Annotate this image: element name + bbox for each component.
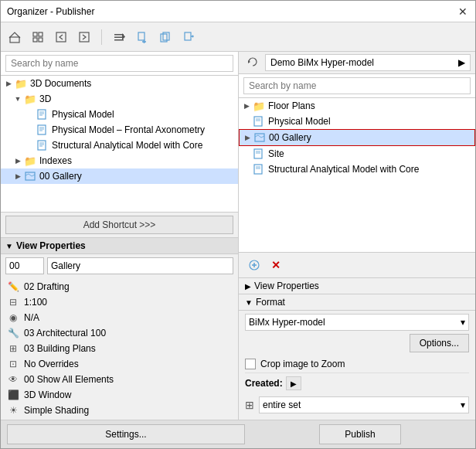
created-label: Created:	[245, 378, 283, 389]
right-footer: Publish	[251, 424, 469, 444]
prop-scale-label: 1:100	[24, 297, 47, 308]
prop-plans-label: 03 Building Plans	[24, 343, 96, 354]
move-button[interactable]	[179, 28, 198, 46]
format-content: BiMx Hyper-model ▾ Options... Crop image…	[239, 311, 475, 420]
menu-button[interactable]	[110, 28, 128, 46]
svg-rect-33	[254, 117, 262, 126]
format-section-header[interactable]: ▼ Format	[239, 294, 475, 311]
add-item-button[interactable]	[245, 256, 264, 274]
doc-icon-site	[253, 148, 265, 160]
prop-plans: ⊞ 03 Building Plans	[1, 341, 238, 356]
crop-checkbox[interactable]	[245, 359, 256, 369]
created-expand-button[interactable]: ▶	[286, 376, 301, 390]
view-name-input[interactable]	[47, 257, 233, 274]
doc-icon-physical-model-r	[253, 115, 265, 128]
view-properties-header[interactable]: ▼ View Properties	[1, 238, 238, 254]
publish-button[interactable]: Publish	[319, 424, 400, 444]
model-icon-00-gallery-left	[24, 170, 36, 182]
right-toolbar: ✕	[239, 253, 475, 278]
format-dropdown-value: BiMx Hyper-model	[249, 317, 325, 328]
arrow-3d-documents: ▶	[4, 79, 13, 88]
left-tree-area: ▶ 📁 3D Documents ▼ 📁 3D ▶ Physical Mode	[1, 76, 238, 212]
options-row: Options...	[245, 331, 469, 355]
settings-button[interactable]: Settings...	[7, 424, 245, 444]
tree-item-physical-frontal[interactable]: ▶ Physical Model – Frontal Axonometry	[1, 122, 238, 138]
svg-rect-36	[255, 134, 264, 141]
doc-icon-physical-model	[36, 108, 49, 121]
options-button[interactable]: Options...	[410, 334, 469, 352]
view-props-fields	[1, 254, 238, 277]
duplicate-button[interactable]	[156, 28, 175, 46]
view-properties-arrow: ▼	[5, 242, 13, 250]
tree-item-3d-documents[interactable]: ▶ 📁 3D Documents	[1, 76, 238, 91]
tree-item-physical-model-r[interactable]: ▶ Physical Model	[239, 114, 475, 129]
tree-item-00-gallery-right[interactable]: ▶ 00 Gallery	[239, 129, 475, 146]
format-section: ▼ Format BiMx Hyper-model ▾ Options...	[239, 294, 475, 420]
folder-icon-floor-plans: 📁	[253, 100, 265, 112]
format-dropdown[interactable]: BiMx Hyper-model ▾	[245, 314, 469, 331]
tree-item-structural[interactable]: ▶ Structural Analytical Model with Core	[1, 138, 238, 153]
tree-item-indexes[interactable]: ▶ 📁 Indexes	[1, 153, 238, 168]
label-3d-documents: 3D Documents	[30, 78, 91, 89]
model-icon-00-gallery-right	[253, 131, 266, 144]
right-refresh-button[interactable]	[243, 54, 262, 71]
right-view-properties-header[interactable]: ▶ View Properties	[239, 278, 475, 294]
svg-rect-31	[26, 172, 35, 180]
prop-show-label: 00 Show All Elements	[24, 374, 114, 385]
doc-icon-structural	[36, 139, 49, 151]
prop-scale: ⊟ 1:100	[1, 294, 238, 310]
close-button[interactable]: ✕	[457, 5, 469, 18]
toolbar-separator-1	[101, 29, 102, 45]
prop-drafting: ✏️ 02 Drafting	[1, 279, 238, 294]
plan-icon: ⊞	[7, 342, 19, 355]
folder-icon-3d: 📁	[24, 93, 36, 105]
label-physical-model-r: Physical Model	[268, 116, 331, 127]
footer: Settings... Publish	[1, 420, 475, 448]
add-shortcut-bar: Add Shortcut >>>	[1, 212, 238, 237]
view-num-input[interactable]	[5, 257, 44, 274]
label-site: Site	[268, 148, 284, 159]
grid-view-button[interactable]	[29, 28, 47, 46]
set-dropdown[interactable]: entire set ▾	[259, 396, 469, 413]
prop-arch: 🔧 03 Architectural 100	[1, 325, 238, 341]
svg-rect-6	[80, 32, 89, 42]
override-icon: ⊡	[7, 358, 19, 370]
arrow-00-gallery-left: ▶	[13, 172, 22, 181]
tree-item-00-gallery-left[interactable]: ▶ 00 Gallery	[1, 168, 238, 184]
tree-item-structural-r[interactable]: ▶ Structural Analytical Model with Core	[239, 162, 475, 177]
right-tree-area: ▶ 📁 Floor Plans ▶ Physical Model ▶	[239, 98, 475, 253]
forward-button[interactable]	[75, 28, 94, 46]
right-view-properties-label: View Properties	[254, 281, 319, 291]
folder-icon-3d-documents: 📁	[15, 77, 27, 90]
prop-3dwindow: ⬛ 3D Window	[1, 387, 238, 403]
svg-rect-11	[138, 32, 144, 40]
format-arrow: ▼	[245, 298, 253, 307]
home-button[interactable]	[5, 28, 24, 46]
back-button[interactable]	[52, 28, 70, 46]
show-icon: 👁	[7, 373, 19, 386]
view-properties-section: ▼ View Properties ✏️ 02 Drafting ⊟ 1:100	[1, 237, 238, 420]
format-dropdown-arrow: ▾	[461, 317, 465, 328]
tree-item-3d[interactable]: ▼ 📁 3D	[1, 91, 238, 107]
created-row: Created: ▶	[245, 372, 469, 393]
arrow-00-gallery-right: ▶	[243, 133, 252, 142]
right-path-display[interactable]: Demo BiMx Hyper-model ▶	[265, 54, 471, 71]
left-search-input[interactable]	[5, 55, 233, 72]
prop-arch-label: 03 Architectural 100	[24, 328, 106, 338]
tree-item-floor-plans[interactable]: ▶ 📁 Floor Plans	[239, 98, 475, 114]
tree-item-physical-model[interactable]: ▶ Physical Model	[1, 107, 238, 122]
add-publisher-button[interactable]	[133, 28, 151, 46]
svg-rect-16	[185, 32, 191, 40]
scale-icon: ⊟	[7, 296, 19, 308]
prop-shading: ☀ Simple Shading	[1, 403, 238, 418]
label-3d: 3D	[39, 94, 51, 104]
right-search-input[interactable]	[243, 77, 471, 94]
arrow-indexes: ▶	[13, 156, 22, 165]
add-shortcut-button[interactable]: Add Shortcut >>>	[5, 216, 233, 234]
tree-item-site[interactable]: ▶ Site	[239, 146, 475, 162]
svg-rect-27	[38, 141, 46, 150]
svg-rect-2	[39, 32, 42, 36]
left-footer: Settings...	[7, 424, 245, 444]
doc-icon-physical-frontal	[36, 124, 49, 136]
delete-item-button[interactable]: ✕	[267, 256, 285, 274]
